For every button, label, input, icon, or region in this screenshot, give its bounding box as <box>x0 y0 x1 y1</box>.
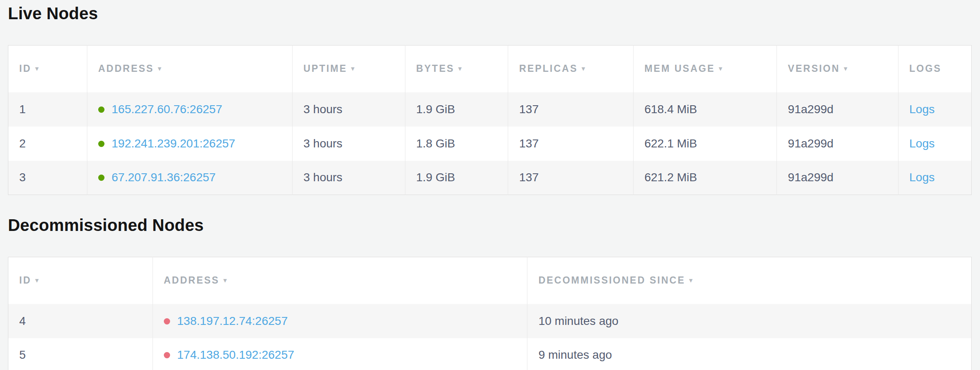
node-address-link[interactable]: 165.227.60.76:26257 <box>112 103 222 116</box>
node-logs-cell: Logs <box>898 161 971 195</box>
column-header-id[interactable]: ID▾ <box>8 257 153 304</box>
sort-arrow-icon: ▾ <box>351 65 356 73</box>
node-decommissioned-since-cell: 10 minutes ago <box>527 304 972 338</box>
column-header-id[interactable]: ID▾ <box>8 46 87 92</box>
column-header-label: MEM USAGE <box>644 63 715 74</box>
column-header-label: LOGS <box>909 63 942 74</box>
sort-arrow-icon: ▾ <box>582 65 587 73</box>
node-replicas-cell: 137 <box>508 161 634 195</box>
column-header-label: ID <box>19 63 31 74</box>
node-logs-link[interactable]: Logs <box>909 171 935 184</box>
live-status-dot-icon <box>98 106 104 113</box>
decommissioned-nodes-title: Decommissioned Nodes <box>8 215 972 235</box>
node-replicas-cell: 137 <box>508 127 634 161</box>
live-status-dot-icon <box>98 175 104 181</box>
column-header-label: BYTES <box>416 63 455 74</box>
nodes-overview-page: Live Nodes ID▾ ADDRESS▾ UPTIME▾ BYTES▾ R… <box>0 0 980 370</box>
node-address-link[interactable]: 174.138.50.192:26257 <box>177 348 294 361</box>
live-nodes-table: ID▾ ADDRESS▾ UPTIME▾ BYTES▾ REPLICAS▾ ME… <box>8 45 972 195</box>
sort-arrow-icon: ▾ <box>223 276 228 284</box>
node-address-cell: 138.197.12.74:26257 <box>153 304 527 338</box>
decommissioned-status-dot-icon <box>164 318 170 324</box>
node-bytes-cell: 1.8 GiB <box>405 127 508 161</box>
node-address-link[interactable]: 192.241.239.201:26257 <box>112 137 235 150</box>
column-header-address[interactable]: ADDRESS▾ <box>87 46 293 92</box>
sort-arrow-icon: ▾ <box>689 276 694 284</box>
table-row: 3 67.207.91.36:26257 3 hours 1.9 GiB 137… <box>8 161 972 195</box>
live-nodes-header-row: ID▾ ADDRESS▾ UPTIME▾ BYTES▾ REPLICAS▾ ME… <box>8 46 972 92</box>
column-header-label: UPTIME <box>303 63 347 74</box>
node-address-cell: 174.138.50.192:26257 <box>153 338 527 370</box>
node-id-cell: 5 <box>8 338 153 370</box>
column-header-label: VERSION <box>788 63 840 74</box>
node-id-cell: 2 <box>8 127 87 161</box>
table-row: 4 138.197.12.74:26257 10 minutes ago <box>8 304 972 338</box>
column-header-version[interactable]: VERSION▾ <box>777 46 898 92</box>
node-address-link[interactable]: 67.207.91.36:26257 <box>112 171 216 184</box>
table-row: 5 174.138.50.192:26257 9 minutes ago <box>8 338 972 370</box>
column-header-label: DECOMMISSIONED SINCE <box>538 275 685 286</box>
node-mem-usage-cell: 622.1 MiB <box>633 127 776 161</box>
node-id-cell: 3 <box>8 161 87 195</box>
sort-arrow-icon: ▾ <box>458 65 463 73</box>
sort-arrow-icon: ▾ <box>719 65 724 73</box>
node-address-cell: 192.241.239.201:26257 <box>87 127 293 161</box>
live-nodes-title: Live Nodes <box>8 3 972 23</box>
node-id-cell: 4 <box>8 304 153 338</box>
column-header-uptime[interactable]: UPTIME▾ <box>292 46 405 92</box>
node-logs-cell: Logs <box>898 92 971 127</box>
sort-arrow-icon: ▾ <box>35 276 40 284</box>
node-replicas-cell: 137 <box>508 92 634 127</box>
sort-arrow-icon: ▾ <box>35 65 40 73</box>
node-mem-usage-cell: 621.2 MiB <box>633 161 776 195</box>
column-header-label: ADDRESS <box>98 63 154 74</box>
node-version-cell: 91a299d <box>777 127 898 161</box>
column-header-logs: LOGS <box>898 46 971 92</box>
sort-arrow-icon: ▾ <box>158 65 163 73</box>
node-bytes-cell: 1.9 GiB <box>405 161 508 195</box>
node-mem-usage-cell: 618.4 MiB <box>633 92 776 127</box>
node-uptime-cell: 3 hours <box>292 161 405 195</box>
node-version-cell: 91a299d <box>777 92 898 127</box>
table-row: 2 192.241.239.201:26257 3 hours 1.8 GiB … <box>8 127 972 161</box>
live-status-dot-icon <box>98 141 104 147</box>
node-address-cell: 165.227.60.76:26257 <box>87 92 293 127</box>
node-uptime-cell: 3 hours <box>292 127 405 161</box>
decommissioned-nodes-table: ID▾ ADDRESS▾ DECOMMISSIONED SINCE▾ 4 138… <box>8 257 972 370</box>
node-id-cell: 1 <box>8 92 87 127</box>
column-header-mem-usage[interactable]: MEM USAGE▾ <box>633 46 776 92</box>
node-bytes-cell: 1.9 GiB <box>405 92 508 127</box>
sort-arrow-icon: ▾ <box>844 65 849 73</box>
node-uptime-cell: 3 hours <box>292 92 405 127</box>
node-address-link[interactable]: 138.197.12.74:26257 <box>177 314 288 327</box>
column-header-decommissioned-since[interactable]: DECOMMISSIONED SINCE▾ <box>527 257 972 304</box>
column-header-label: ID <box>19 275 31 286</box>
column-header-address[interactable]: ADDRESS▾ <box>153 257 527 304</box>
column-header-label: ADDRESS <box>164 275 219 286</box>
decommissioned-nodes-header-row: ID▾ ADDRESS▾ DECOMMISSIONED SINCE▾ <box>8 257 972 304</box>
node-version-cell: 91a299d <box>777 161 898 195</box>
node-logs-link[interactable]: Logs <box>909 137 935 150</box>
column-header-bytes[interactable]: BYTES▾ <box>405 46 508 92</box>
table-row: 1 165.227.60.76:26257 3 hours 1.9 GiB 13… <box>8 92 972 127</box>
column-header-label: REPLICAS <box>519 63 578 74</box>
decommissioned-status-dot-icon <box>164 352 170 358</box>
column-header-replicas[interactable]: REPLICAS▾ <box>508 46 634 92</box>
node-decommissioned-since-cell: 9 minutes ago <box>527 338 972 370</box>
node-logs-cell: Logs <box>898 127 971 161</box>
node-logs-link[interactable]: Logs <box>909 103 935 116</box>
node-address-cell: 67.207.91.36:26257 <box>87 161 293 195</box>
